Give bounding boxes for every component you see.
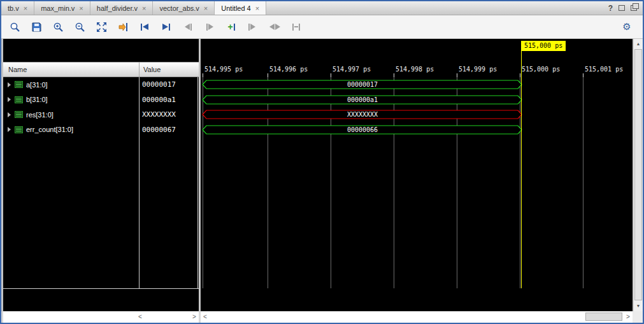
settings-button[interactable]: ⚙	[616, 18, 638, 36]
bus-value-label: 00000017	[347, 81, 378, 88]
previous-transition-icon	[185, 24, 192, 31]
zoom-fit-icon	[96, 22, 107, 33]
time-tick-label: 514,998 ps	[396, 66, 434, 73]
scroll-right-icon[interactable]: >	[192, 311, 196, 323]
zoom-fit-button[interactable]	[90, 18, 112, 36]
scroll-right-icon[interactable]: >	[626, 311, 630, 323]
zoom-out-button[interactable]	[69, 18, 90, 36]
add-marker-button[interactable]: +	[220, 18, 242, 36]
signal-name: a[31:0]	[26, 81, 48, 89]
expand-chevron-icon[interactable]	[8, 82, 11, 87]
snap-to-transition-button[interactable]	[285, 18, 307, 36]
tab-label: max_min.v	[41, 4, 75, 12]
help-icon[interactable]: ?	[608, 4, 613, 13]
time-tick-label: 515,000 ps	[522, 66, 560, 73]
signals-horizontal-scrollbar[interactable]: < >	[3, 311, 199, 323]
scroll-left-icon[interactable]: <	[203, 311, 207, 323]
tick-mark	[331, 73, 331, 77]
expand-chevron-icon[interactable]	[8, 112, 11, 117]
go-to-cursor-button[interactable]	[242, 18, 264, 36]
time-tick-label: 514,996 ps	[269, 66, 308, 73]
vertical-scrollbar[interactable]: ▲ ▼	[633, 39, 643, 311]
snap-to-transition-icon	[292, 24, 300, 31]
signals-panel-header: Name Value	[3, 62, 199, 77]
go-to-last-time-button[interactable]	[155, 18, 177, 36]
bus-signal-icon	[15, 96, 23, 103]
name-column-header: Name	[8, 66, 27, 73]
close-icon[interactable]: ×	[204, 4, 208, 12]
rows-bottom-line	[3, 288, 199, 289]
gridline	[394, 77, 394, 288]
find-button[interactable]	[4, 18, 25, 36]
horizontal-scrollbar-thumb[interactable]	[585, 313, 622, 321]
expand-chevron-icon[interactable]	[8, 97, 11, 102]
signal-value: 000000a1	[142, 96, 176, 104]
signal-value: XXXXXXXX	[142, 110, 176, 119]
zoom-in-at-cursor-button[interactable]	[112, 18, 134, 36]
expand-chevron-icon[interactable]	[8, 127, 11, 132]
tab-half-divider-v[interactable]: half_divider.v ×	[90, 1, 154, 15]
zoom-out-icon	[75, 22, 85, 33]
tabbar-controls: ?	[608, 1, 643, 15]
tab-tb-v[interactable]: tb.v ×	[1, 1, 34, 15]
column-splitter[interactable]	[139, 63, 140, 77]
next-transition-icon	[206, 24, 213, 31]
tick-mark	[457, 73, 457, 77]
bus-waveform-err-count: 00000066	[202, 125, 523, 135]
signal-row-b[interactable]: b[31:0] 000000a1	[3, 92, 199, 108]
gridline	[203, 77, 203, 288]
gridline	[457, 77, 457, 288]
gear-icon: ⚙	[622, 21, 631, 33]
close-icon[interactable]: ×	[24, 4, 27, 12]
tab-max-min-v[interactable]: max_min.v ×	[34, 1, 90, 15]
scrollbar-corner	[633, 311, 643, 323]
save-wave-config-button[interactable]	[25, 18, 47, 36]
close-icon[interactable]: ×	[79, 4, 83, 12]
zoom-in-button[interactable]	[47, 18, 69, 36]
float-window-icon[interactable]	[619, 5, 625, 11]
bus-signal-icon	[15, 111, 23, 118]
swap-cursors-button[interactable]	[264, 18, 285, 36]
bus-waveform-res: XXXXXXXX	[202, 110, 523, 119]
add-marker-icon: +	[227, 24, 234, 31]
waveform-main-area: Name Value a[31:0] 00000017 b[31:0] 0000…	[1, 39, 643, 311]
scroll-down-icon[interactable]: ▼	[634, 301, 643, 311]
bus-value-label: XXXXXXXX	[347, 111, 378, 118]
previous-transition-button[interactable]	[177, 18, 199, 36]
waveform-toolbar: + ⚙	[1, 15, 643, 39]
gridline	[583, 77, 583, 288]
tick-mark	[203, 73, 203, 77]
close-icon[interactable]: ×	[255, 4, 259, 12]
tick-mark	[268, 73, 268, 77]
vertical-scrollbar-thumb[interactable]	[634, 49, 642, 300]
go-to-time-0-button[interactable]	[134, 18, 155, 36]
time-cursor[interactable]	[521, 51, 522, 288]
scroll-left-icon[interactable]: <	[138, 311, 142, 323]
waveform-canvas[interactable]: 514,995 ps 514,996 ps 514,997 ps 514,998…	[201, 39, 633, 311]
tab-label: half_divider.v	[97, 4, 138, 12]
maximize-window-icon[interactable]	[631, 5, 637, 11]
tab-vector-abs-v[interactable]: vector_abs.v ×	[153, 1, 215, 15]
signal-value: 00000017	[142, 80, 176, 89]
bottom-scroll-row: < > < >	[1, 311, 643, 323]
signal-name: res[31:0]	[26, 111, 54, 119]
signal-value: 00000067	[142, 126, 176, 134]
signal-name: b[31:0]	[26, 96, 48, 103]
signal-row-a[interactable]: a[31:0] 00000017	[3, 77, 199, 92]
close-icon[interactable]: ×	[142, 4, 146, 12]
waveform-horizontal-scrollbar[interactable]: < >	[201, 311, 633, 323]
time-tick-label: 515,001 ps	[585, 66, 623, 73]
signal-row-res[interactable]: res[31:0] XXXXXXXX	[3, 107, 199, 122]
zoom-in-at-cursor-icon	[118, 22, 129, 33]
bus-value-label: 00000066	[347, 126, 378, 133]
signal-row-err-count[interactable]: err_count[31:0] 00000067	[3, 122, 199, 138]
tab-untitled-4[interactable]: Untitled 4 ×	[215, 1, 266, 15]
save-icon	[32, 22, 41, 32]
time-tick-label: 514,999 ps	[459, 66, 497, 73]
signals-panel: Name Value a[31:0] 00000017 b[31:0] 0000…	[3, 39, 199, 311]
cursor-time-badge: 515,000 ps	[521, 41, 566, 51]
scroll-up-icon[interactable]: ▲	[634, 39, 643, 49]
tick-mark	[394, 73, 394, 77]
tick-mark	[583, 73, 583, 77]
next-transition-button[interactable]	[199, 18, 220, 36]
